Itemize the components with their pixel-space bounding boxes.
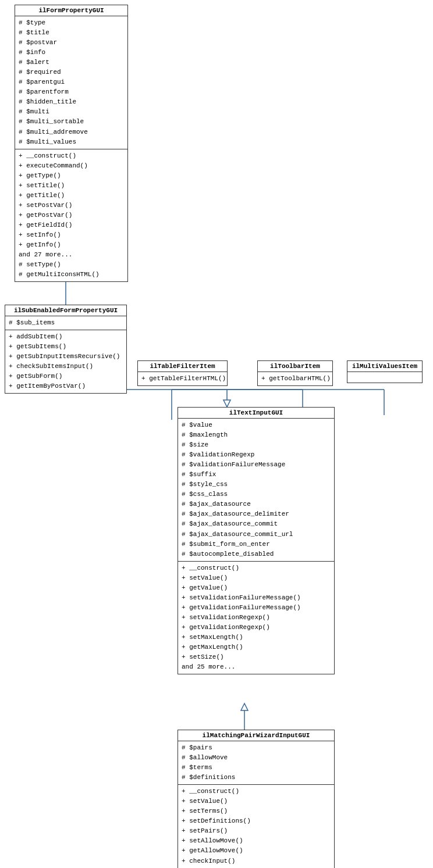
box-ilTextInputGUI: ilTextInputGUI # $value # $maxlength # $…: [178, 407, 335, 674]
box-ilTableFilterItem: ilTableFilterItem + getTableFilterHTML(): [137, 360, 228, 386]
box-attrs-ilFormPropertyGUI: # $type # $title # $postvar # $info # $a…: [15, 16, 127, 149]
box-attrs-ilTextInputGUI: # $value # $maxlength # $size # $validat…: [178, 419, 334, 562]
box-methods-ilSubEnabledFormPropertyGUI: + addSubItem() + getSubItems() + getSubI…: [5, 330, 126, 393]
box-ilFormPropertyGUI: ilFormPropertyGUI # $type # $title # $po…: [15, 5, 128, 282]
box-title-ilTableFilterItem: ilTableFilterItem: [138, 361, 227, 372]
svg-marker-5: [223, 400, 230, 407]
box-attrs-ilMatchingPairWizardInputGUI: # $pairs # $allowMove # $terms # $defini…: [178, 741, 334, 785]
box-methods-ilFormPropertyGUI: + __construct() + executeCommand() + get…: [15, 149, 127, 282]
diagram-container: ilFormPropertyGUI # $type # $title # $po…: [0, 0, 433, 868]
box-methods-ilTableFilterItem: + getTableFilterHTML(): [138, 372, 227, 385]
box-title-ilTextInputGUI: ilTextInputGUI: [178, 408, 334, 419]
box-ilSubEnabledFormPropertyGUI: ilSubEnabledFormPropertyGUI # $sub_items…: [5, 305, 127, 394]
box-methods-ilToolbarItem: + getToolbarHTML(): [258, 372, 332, 385]
box-ilMultiValuesItem: ilMultiValuesItem: [347, 360, 423, 383]
box-title-ilSubEnabledFormPropertyGUI: ilSubEnabledFormPropertyGUI: [5, 305, 126, 316]
box-ilToolbarItem: ilToolbarItem + getToolbarHTML(): [257, 360, 333, 386]
box-attrs-ilSubEnabledFormPropertyGUI: # $sub_items: [5, 316, 126, 330]
box-title-ilToolbarItem: ilToolbarItem: [258, 361, 332, 372]
box-methods-ilMultiValuesItem: [347, 372, 422, 383]
box-methods-ilTextInputGUI: + __construct() + setValue() + getValue(…: [178, 562, 334, 674]
box-title-ilFormPropertyGUI: ilFormPropertyGUI: [15, 5, 127, 16]
svg-marker-13: [241, 703, 248, 710]
box-title-ilMultiValuesItem: ilMultiValuesItem: [347, 361, 422, 372]
box-methods-ilMatchingPairWizardInputGUI: + __construct() + setValue() + setTerms(…: [178, 785, 334, 868]
box-title-ilMatchingPairWizardInputGUI: ilMatchingPairWizardInputGUI: [178, 730, 334, 741]
box-ilMatchingPairWizardInputGUI: ilMatchingPairWizardInputGUI # $pairs # …: [178, 730, 335, 868]
